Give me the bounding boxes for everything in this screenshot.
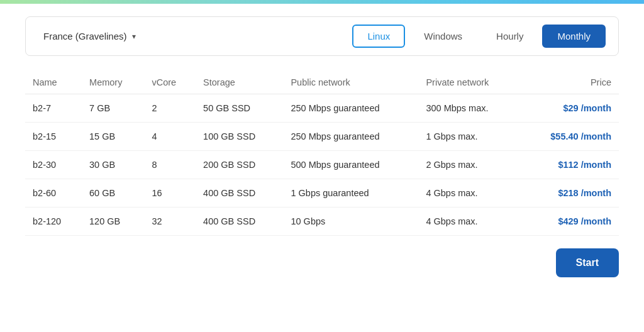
cell-private_network: 4 Gbps max.	[418, 208, 519, 236]
tab-hourly[interactable]: Hourly	[481, 25, 538, 48]
cell-public_network: 250 Mbps guaranteed	[283, 94, 418, 123]
start-btn-container: Start	[25, 248, 619, 277]
page-container: France (Gravelines) ▾ Linux Windows Hour…	[0, 0, 644, 332]
cell-storage: 400 GB SSD	[196, 179, 283, 208]
table-row: b2-6060 GB16400 GB SSD1 Gbps guaranteed4…	[25, 179, 619, 208]
cell-price: $218 /month	[520, 179, 619, 208]
toolbar-tabs: Linux Windows Hourly Monthly	[352, 25, 606, 48]
cell-memory: 15 GB	[82, 123, 144, 151]
cell-price: $55.40 /month	[520, 123, 619, 151]
table-row: b2-1515 GB4100 GB SSD250 Mbps guaranteed…	[25, 123, 619, 151]
table-header-row: Name Memory vCore Storage Public network…	[25, 71, 619, 94]
cell-memory: 7 GB	[82, 94, 144, 123]
col-header-price: Price	[520, 71, 619, 94]
cell-private_network: 4 Gbps max.	[418, 179, 519, 208]
table-row: b2-77 GB250 GB SSD250 Mbps guaranteed300…	[25, 94, 619, 123]
cell-storage: 100 GB SSD	[196, 123, 283, 151]
tab-windows[interactable]: Windows	[409, 25, 477, 48]
col-header-name: Name	[25, 71, 82, 94]
cell-name: b2-60	[25, 179, 82, 208]
toolbar: France (Gravelines) ▾ Linux Windows Hour…	[25, 16, 619, 56]
col-header-public-network: Public network	[283, 71, 418, 94]
cell-vcore: 16	[144, 179, 196, 208]
cell-memory: 60 GB	[82, 179, 144, 208]
start-button[interactable]: Start	[556, 248, 619, 277]
region-selector[interactable]: France (Gravelines) ▾	[38, 28, 141, 44]
cell-price: $429 /month	[520, 208, 619, 236]
col-header-private-network: Private network	[418, 71, 519, 94]
cell-private_network: 1 Gbps max.	[418, 123, 519, 151]
cell-private_network: 2 Gbps max.	[418, 151, 519, 179]
cell-price: $29 /month	[520, 94, 619, 123]
cell-vcore: 32	[144, 208, 196, 236]
cell-storage: 400 GB SSD	[196, 208, 283, 236]
cell-memory: 120 GB	[82, 208, 144, 236]
col-header-storage: Storage	[196, 71, 283, 94]
chevron-down-icon: ▾	[132, 32, 136, 41]
table-row: b2-3030 GB8200 GB SSD500 Mbps guaranteed…	[25, 151, 619, 179]
content-wrapper: France (Gravelines) ▾ Linux Windows Hour…	[0, 4, 644, 296]
tab-monthly[interactable]: Monthly	[542, 25, 606, 48]
cell-vcore: 8	[144, 151, 196, 179]
cell-vcore: 4	[144, 123, 196, 151]
cell-memory: 30 GB	[82, 151, 144, 179]
table-row: b2-120120 GB32400 GB SSD10 Gbps4 Gbps ma…	[25, 208, 619, 236]
pricing-table: Name Memory vCore Storage Public network…	[25, 71, 619, 236]
table-body: b2-77 GB250 GB SSD250 Mbps guaranteed300…	[25, 94, 619, 236]
region-label: France (Gravelines)	[43, 31, 127, 42]
cell-name: b2-7	[25, 94, 82, 123]
col-header-vcore: vCore	[144, 71, 196, 94]
cell-name: b2-15	[25, 123, 82, 151]
cell-private_network: 300 Mbps max.	[418, 94, 519, 123]
cell-price: $112 /month	[520, 151, 619, 179]
cell-storage: 200 GB SSD	[196, 151, 283, 179]
cell-name: b2-30	[25, 151, 82, 179]
cell-public_network: 10 Gbps	[283, 208, 418, 236]
cell-public_network: 500 Mbps guaranteed	[283, 151, 418, 179]
tab-linux[interactable]: Linux	[352, 25, 405, 48]
cell-public_network: 250 Mbps guaranteed	[283, 123, 418, 151]
col-header-memory: Memory	[82, 71, 144, 94]
cell-name: b2-120	[25, 208, 82, 236]
cell-public_network: 1 Gbps guaranteed	[283, 179, 418, 208]
cell-storage: 50 GB SSD	[196, 94, 283, 123]
cell-vcore: 2	[144, 94, 196, 123]
